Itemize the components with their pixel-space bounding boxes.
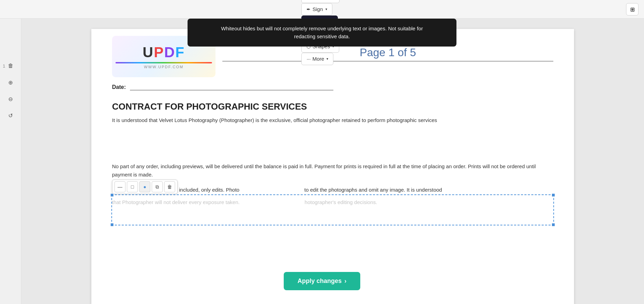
refresh-icon[interactable]: ↺: [5, 110, 17, 121]
delete-icon[interactable]: 🗑: [5, 60, 17, 72]
logo-d: D: [164, 44, 175, 60]
whiteout-mini-toolbar: — □ ● ⧉ 🗑: [112, 180, 178, 194]
date-area: Date:: [112, 84, 553, 90]
logo-u: U: [143, 44, 154, 60]
sign-icon: ✒: [306, 7, 311, 12]
left-sidebar: 1 🗑 ⊕ ⊖ ↺: [0, 19, 21, 304]
date-label: Date:: [112, 84, 126, 90]
resize-handle-br[interactable]: [552, 223, 555, 226]
logo-url: WWW.UPDF.COM: [144, 65, 183, 69]
more-label: More: [312, 56, 324, 62]
sign-chevron: ▾: [325, 7, 327, 11]
more-chevron: ▾: [326, 57, 328, 61]
page-number: 1: [3, 63, 5, 69]
sign-label: Sign: [312, 6, 323, 12]
duplicate-button[interactable]: ⧉: [152, 181, 163, 192]
whiteout-tooltip: Whiteout hides but will not completely r…: [188, 19, 456, 47]
zoom-in-icon[interactable]: ⊕: [5, 77, 17, 88]
zoom-out-icon[interactable]: ⊖: [5, 93, 17, 105]
contract-title: CONTRACT FOR PHOTOGRAPHIC SERVICES: [112, 101, 553, 112]
main-toolbar: IA Text🔗 Links⊞ Forms▾🖼 Images▾✒ Sign▾◇ …: [0, 0, 644, 19]
logo-color-bar: [115, 62, 212, 63]
logo-text: UPDF: [143, 44, 185, 61]
more-icon: ···: [306, 56, 311, 62]
toolbar-btn-more[interactable]: ··· More▾: [301, 53, 333, 65]
apply-changes-label: Apply changes: [298, 277, 342, 285]
page-title: Page 1 of 5: [222, 46, 553, 59]
toolbar-right: ⊞: [626, 3, 638, 16]
body-text-3-end: to edit the photographs and omit any ima…: [304, 187, 442, 193]
body-text-1: It is understood that Velvet Lotus Photo…: [112, 116, 553, 124]
grid-button[interactable]: ⊞: [626, 3, 638, 16]
border-style-button[interactable]: —: [114, 181, 125, 192]
body-text-3: Original photographs are not included, o…: [112, 186, 553, 194]
body-text-2: No part of any order, including previews…: [112, 162, 553, 179]
date-line: [130, 90, 333, 90]
page-divider: [222, 61, 553, 61]
tooltip-text: Whiteout hides but will not completely r…: [221, 26, 423, 39]
toolbar-btn-sign[interactable]: ✒ Sign▾: [301, 3, 332, 16]
resize-handle-bl[interactable]: [110, 223, 114, 226]
pdf-page: UPDF WWW.UPDF.COM Page 1 of 5 Date: CONT…: [91, 29, 574, 304]
whiteout-selection-box[interactable]: [111, 194, 554, 225]
page-title-area: Page 1 of 5: [222, 46, 553, 61]
logo-p: P: [154, 44, 164, 60]
delete-whiteout-button[interactable]: 🗑: [164, 181, 175, 192]
apply-changes-arrow: ›: [344, 277, 346, 285]
color-button[interactable]: ●: [139, 181, 150, 192]
toolbar-btn-images[interactable]: 🖼 Images▾: [301, 0, 339, 3]
logo-f: F: [175, 44, 185, 60]
resize-handle-tl[interactable]: [110, 193, 114, 197]
shape-button[interactable]: □: [127, 181, 138, 192]
resize-handle-tr[interactable]: [552, 193, 555, 197]
apply-changes-button[interactable]: Apply changes ›: [284, 272, 360, 290]
